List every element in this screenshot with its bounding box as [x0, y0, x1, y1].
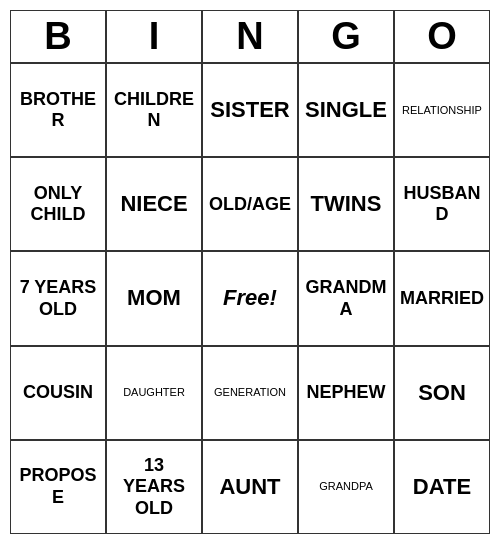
header-letter: N	[202, 10, 298, 63]
bingo-cell: GRANDPA	[298, 440, 394, 534]
bingo-cell: MARRIED	[394, 251, 490, 345]
bingo-board: BINGO BROTHERCHILDRENSISTERSINGLERELATIO…	[10, 10, 490, 534]
bingo-cell: NEPHEW	[298, 346, 394, 440]
bingo-cell: SON	[394, 346, 490, 440]
bingo-row: ONLY CHILDNIECEOLD/AGETWINSHUSBAND	[10, 157, 490, 251]
bingo-header: BINGO	[10, 10, 490, 63]
bingo-cell: 7 YEARS OLD	[10, 251, 106, 345]
bingo-cell: TWINS	[298, 157, 394, 251]
bingo-cell: SINGLE	[298, 63, 394, 157]
bingo-cell: Free!	[202, 251, 298, 345]
bingo-cell: BROTHER	[10, 63, 106, 157]
bingo-row: COUSINDAUGHTERGENERATIONNEPHEWSON	[10, 346, 490, 440]
bingo-row: PROPOSE13 YEARS OLDAUNTGRANDPADATE	[10, 440, 490, 534]
bingo-cell: OLD/AGE	[202, 157, 298, 251]
header-letter: I	[106, 10, 202, 63]
bingo-cell: COUSIN	[10, 346, 106, 440]
bingo-cell: SISTER	[202, 63, 298, 157]
bingo-cell: 13 YEARS OLD	[106, 440, 202, 534]
bingo-row: BROTHERCHILDRENSISTERSINGLERELATIONSHIP	[10, 63, 490, 157]
bingo-cell: AUNT	[202, 440, 298, 534]
bingo-grid: BROTHERCHILDRENSISTERSINGLERELATIONSHIPO…	[10, 63, 490, 534]
header-letter: G	[298, 10, 394, 63]
bingo-cell: GENERATION	[202, 346, 298, 440]
bingo-cell: RELATIONSHIP	[394, 63, 490, 157]
bingo-cell: HUSBAND	[394, 157, 490, 251]
bingo-cell: GRANDMA	[298, 251, 394, 345]
bingo-cell: NIECE	[106, 157, 202, 251]
bingo-cell: DAUGHTER	[106, 346, 202, 440]
bingo-cell: DATE	[394, 440, 490, 534]
header-letter: B	[10, 10, 106, 63]
bingo-cell: CHILDREN	[106, 63, 202, 157]
bingo-cell: PROPOSE	[10, 440, 106, 534]
bingo-row: 7 YEARS OLDMOMFree!GRANDMAMARRIED	[10, 251, 490, 345]
bingo-cell: MOM	[106, 251, 202, 345]
header-letter: O	[394, 10, 490, 63]
bingo-cell: ONLY CHILD	[10, 157, 106, 251]
